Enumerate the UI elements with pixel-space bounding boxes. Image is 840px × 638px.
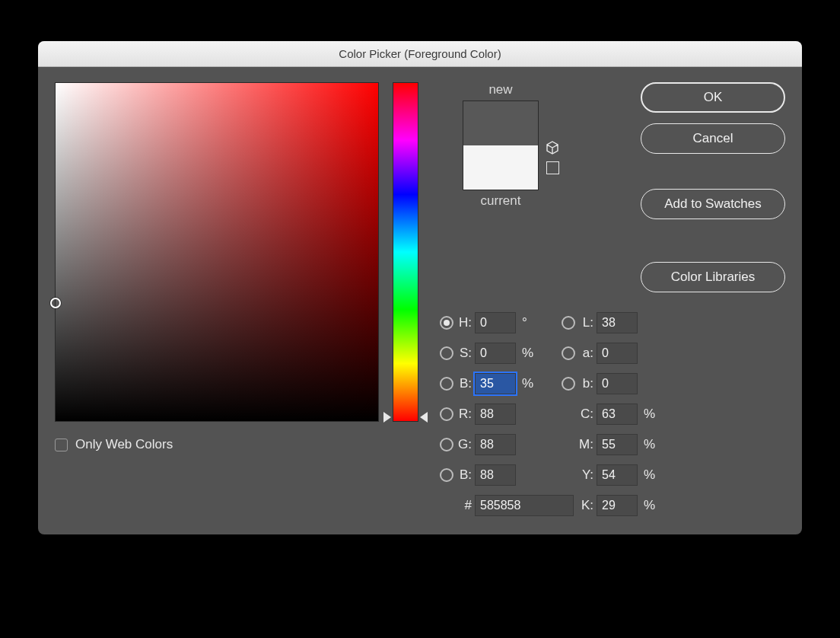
input-c[interactable] xyxy=(597,404,638,425)
color-preview-swatch xyxy=(463,100,539,190)
input-h[interactable] xyxy=(475,312,516,333)
color-libraries-button[interactable]: Color Libraries xyxy=(641,262,785,292)
radio-r[interactable] xyxy=(440,407,453,421)
square-icon[interactable] xyxy=(546,161,559,174)
radio-h[interactable] xyxy=(440,316,453,330)
preview-new-color xyxy=(463,101,538,145)
cube-icon[interactable] xyxy=(545,140,560,155)
radio-s[interactable] xyxy=(440,346,453,360)
hue-arrow-right-icon xyxy=(420,412,428,423)
preview-new-label: new xyxy=(488,82,512,97)
label-c: C: xyxy=(578,407,597,422)
unit-c: % xyxy=(639,407,657,422)
label-b-hsb: B: xyxy=(457,376,475,391)
input-b-rgb[interactable] xyxy=(475,464,516,486)
input-b-hsb[interactable] xyxy=(475,373,516,394)
unit-s: % xyxy=(517,346,536,361)
preview-current-label: current xyxy=(481,193,521,209)
input-l[interactable] xyxy=(597,312,638,333)
input-y[interactable] xyxy=(597,464,638,486)
dialog-title: Color Picker (Foreground Color) xyxy=(339,47,501,60)
color-picker-dialog: Color Picker (Foreground Color) Only Web… xyxy=(38,41,802,534)
label-y: Y: xyxy=(578,467,597,483)
radio-a[interactable] xyxy=(562,346,575,360)
only-web-colors-checkbox[interactable] xyxy=(55,439,68,451)
input-hex[interactable] xyxy=(475,495,574,516)
unit-y: % xyxy=(639,467,657,483)
sv-cursor[interactable] xyxy=(50,298,61,308)
radio-g[interactable] xyxy=(440,438,453,451)
radio-b-rgb[interactable] xyxy=(440,468,453,482)
ok-button[interactable]: OK xyxy=(641,82,785,113)
unit-h: ° xyxy=(517,315,536,330)
add-to-swatches-button[interactable]: Add to Swatches xyxy=(641,189,785,219)
unit-b-hsb: % xyxy=(517,376,536,391)
label-r: R: xyxy=(457,407,475,422)
only-web-colors-label: Only Web Colors xyxy=(75,437,173,452)
input-a[interactable] xyxy=(597,343,638,364)
input-m[interactable] xyxy=(597,434,638,455)
cancel-button[interactable]: Cancel xyxy=(641,123,785,154)
label-m: M: xyxy=(578,437,597,452)
input-s[interactable] xyxy=(475,343,516,364)
input-g[interactable] xyxy=(475,434,516,455)
dialog-titlebar[interactable]: Color Picker (Foreground Color) xyxy=(38,41,802,67)
label-h: H: xyxy=(457,315,475,330)
label-k: K: xyxy=(578,498,597,513)
input-k[interactable] xyxy=(597,495,638,516)
label-l: L: xyxy=(578,315,597,330)
hue-slider[interactable] xyxy=(393,82,418,422)
saturation-brightness-field[interactable] xyxy=(55,82,379,422)
input-b-lab[interactable] xyxy=(597,373,638,394)
label-a: a: xyxy=(578,346,597,361)
input-r[interactable] xyxy=(475,404,516,425)
radio-l[interactable] xyxy=(562,316,575,330)
label-g: G: xyxy=(457,437,475,452)
radio-b-hsb[interactable] xyxy=(440,377,453,391)
label-b-lab: b: xyxy=(578,376,597,391)
label-hex: # xyxy=(457,498,475,513)
label-s: S: xyxy=(457,346,475,361)
preview-current-color[interactable] xyxy=(463,145,538,190)
radio-b-lab[interactable] xyxy=(562,377,575,391)
unit-m: % xyxy=(639,437,657,452)
label-b-rgb: B: xyxy=(457,467,475,483)
unit-k: % xyxy=(639,498,657,513)
hue-arrow-left-icon xyxy=(383,412,391,423)
